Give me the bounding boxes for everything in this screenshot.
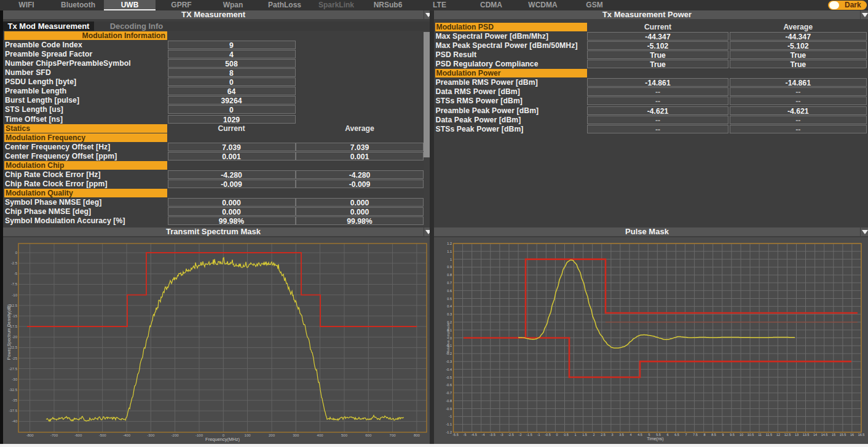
svg-text:-0.4: -0.4 <box>446 368 452 371</box>
svg-text:-200: -200 <box>172 433 180 437</box>
svg-text:-0.3: -0.3 <box>446 360 452 363</box>
svg-text:800: 800 <box>414 433 420 437</box>
svg-text:200: 200 <box>269 433 275 437</box>
svg-text:1.5: 1.5 <box>582 433 587 437</box>
svg-text:-3: -3 <box>500 433 503 437</box>
svg-text:-1: -1 <box>537 433 540 437</box>
svg-text:-1.2: -1.2 <box>446 430 452 434</box>
svg-text:-0.5: -0.5 <box>446 376 452 379</box>
svg-text:16: 16 <box>850 433 854 437</box>
svg-text:-1.1: -1.1 <box>446 422 452 426</box>
svg-text:-4.5: -4.5 <box>471 433 476 437</box>
svg-text:15: 15 <box>832 433 835 437</box>
svg-text:-5: -5 <box>464 433 467 437</box>
svg-text:0.9: 0.9 <box>447 265 452 269</box>
svg-text:-2: -2 <box>519 433 522 437</box>
svg-text:-1: -1 <box>449 414 452 418</box>
svg-text:0.6: 0.6 <box>447 289 452 293</box>
svg-text:0.5: 0.5 <box>564 433 569 437</box>
svg-text:3.5: 3.5 <box>619 433 624 437</box>
svg-text:2: 2 <box>593 433 594 437</box>
svg-text:12.5: 12.5 <box>784 433 791 437</box>
svg-text:0.4: 0.4 <box>447 304 452 308</box>
svg-text:14: 14 <box>813 433 817 437</box>
svg-text:100: 100 <box>245 433 251 437</box>
svg-text:-10: -10 <box>12 293 17 297</box>
svg-text:13.5: 13.5 <box>803 433 810 437</box>
svg-text:10.5: 10.5 <box>748 433 754 437</box>
svg-text:1: 1 <box>574 433 576 437</box>
svg-text:0.7: 0.7 <box>447 281 452 285</box>
svg-text:-2.5: -2.5 <box>11 261 18 265</box>
svg-text:11.5: 11.5 <box>766 433 772 437</box>
svg-text:500: 500 <box>341 433 348 437</box>
svg-text:-20: -20 <box>12 335 17 339</box>
svg-text:-7.5: -7.5 <box>11 282 18 286</box>
svg-text:8: 8 <box>703 433 705 437</box>
svg-text:-0.8: -0.8 <box>446 399 452 403</box>
svg-text:12: 12 <box>776 433 780 437</box>
svg-text:9: 9 <box>722 433 724 437</box>
svg-text:6: 6 <box>666 433 668 437</box>
svg-text:0.3: 0.3 <box>447 312 452 316</box>
svg-text:600: 600 <box>365 433 372 437</box>
svg-text:8.5: 8.5 <box>711 433 716 437</box>
svg-text:-1.5: -1.5 <box>526 433 532 437</box>
svg-text:-35: -35 <box>12 398 17 402</box>
svg-text:-100: -100 <box>195 433 203 437</box>
svg-text:3: 3 <box>611 433 613 437</box>
svg-text:-5: -5 <box>14 272 18 275</box>
svg-text:-40: -40 <box>12 419 17 423</box>
svg-text:Time(ns): Time(ns) <box>647 437 663 441</box>
svg-text:0.5: 0.5 <box>447 297 452 301</box>
svg-text:400: 400 <box>317 433 324 437</box>
svg-text:Frequency(MHz): Frequency(MHz) <box>205 437 240 442</box>
svg-text:-2.5: -2.5 <box>508 433 513 437</box>
svg-text:-800: -800 <box>26 433 34 437</box>
svg-text:13: 13 <box>795 433 799 437</box>
svg-text:1: 1 <box>450 258 452 261</box>
svg-text:-25: -25 <box>12 357 17 360</box>
svg-text:-30: -30 <box>12 378 17 381</box>
svg-text:-32.5: -32.5 <box>9 388 17 392</box>
svg-text:1.1: 1.1 <box>447 250 452 253</box>
svg-text:-600: -600 <box>74 433 82 437</box>
svg-text:700: 700 <box>390 433 397 437</box>
svg-text:11: 11 <box>758 433 762 437</box>
svg-text:7: 7 <box>685 433 687 437</box>
svg-text:-3.5: -3.5 <box>489 433 495 437</box>
svg-text:16.5: 16.5 <box>858 433 865 437</box>
svg-text:14.5: 14.5 <box>821 433 828 437</box>
svg-text:0: 0 <box>15 251 18 255</box>
svg-text:-0.6: -0.6 <box>446 383 452 387</box>
svg-text:-0.9: -0.9 <box>446 407 452 411</box>
svg-text:-15: -15 <box>12 314 17 318</box>
svg-text:-27.5: -27.5 <box>9 367 17 371</box>
svg-text:0: 0 <box>450 336 452 340</box>
svg-text:-400: -400 <box>123 433 131 437</box>
svg-text:2.5: 2.5 <box>601 433 606 437</box>
svg-text:-0.7: -0.7 <box>446 391 452 395</box>
svg-text:1.2: 1.2 <box>447 242 452 245</box>
svg-text:-4: -4 <box>482 433 485 437</box>
svg-text:300: 300 <box>293 433 299 437</box>
svg-text:-300: -300 <box>147 433 155 437</box>
svg-text:4: 4 <box>629 433 631 437</box>
svg-text:7.5: 7.5 <box>693 433 698 437</box>
svg-text:-0.5: -0.5 <box>545 433 550 437</box>
svg-text:-700: -700 <box>50 433 58 437</box>
svg-text:-5.5: -5.5 <box>452 433 458 437</box>
svg-text:10: 10 <box>740 433 743 437</box>
svg-text:-500: -500 <box>99 433 107 437</box>
svg-text:9.5: 9.5 <box>730 433 735 437</box>
svg-text:0: 0 <box>556 433 558 437</box>
svg-text:15.5: 15.5 <box>840 433 846 437</box>
svg-text:Power Spectrum Density(dB): Power Spectrum Density(dB) <box>7 304 12 360</box>
svg-text:-37.5: -37.5 <box>9 409 17 413</box>
svg-text:0.8: 0.8 <box>447 273 452 277</box>
svg-text:6.5: 6.5 <box>674 433 679 437</box>
svg-text:4.5: 4.5 <box>637 433 642 437</box>
svg-text:Relative Amplitude: Relative Amplitude <box>446 322 450 353</box>
